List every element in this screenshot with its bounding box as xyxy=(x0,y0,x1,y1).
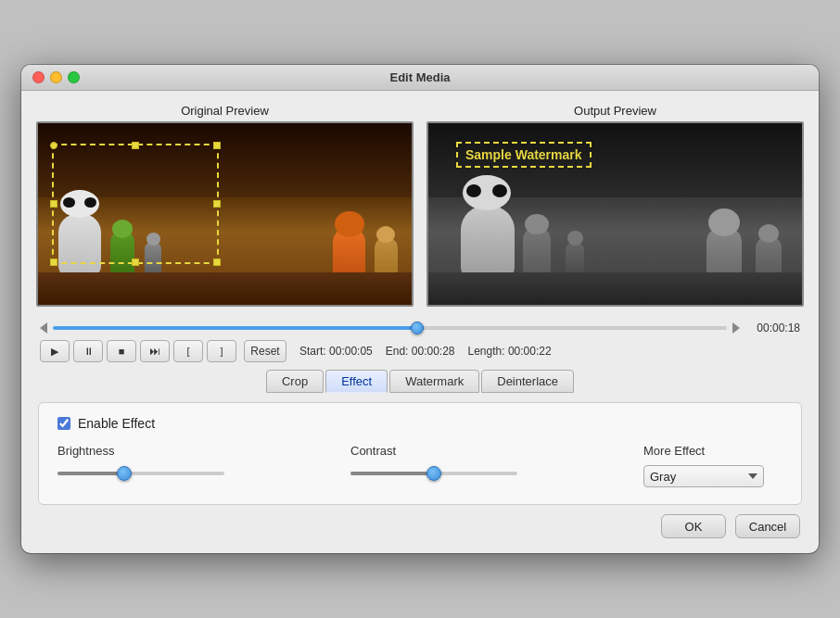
end-info: End: 00:00:28 xyxy=(386,345,455,358)
brightness-group: Brightness xyxy=(57,444,350,482)
time-display: 00:00:18 xyxy=(740,322,800,334)
contrast-group: Contrast xyxy=(350,444,643,482)
output-preview-panel: Output Preview xyxy=(426,104,804,307)
contrast-label: Contrast xyxy=(350,444,643,458)
traffic-lights xyxy=(32,71,80,83)
sliders-row: Brightness Contrast xyxy=(57,444,783,487)
reset-button[interactable]: Reset xyxy=(244,340,286,362)
cancel-button[interactable]: Cancel xyxy=(735,514,800,538)
tab-crop-label: Crop xyxy=(282,374,308,388)
tabs-container: Crop Effect Watermark Deinterlace xyxy=(36,370,804,393)
watermark-overlay: Sample Watermark xyxy=(456,142,592,168)
timeline-track: 00:00:18 xyxy=(40,322,800,334)
preview-area: Original Preview xyxy=(36,104,804,307)
output-scene: Sample Watermark xyxy=(428,123,802,305)
brightness-slider[interactable] xyxy=(57,465,224,482)
output-preview-label: Output Preview xyxy=(574,104,656,118)
tab-effect[interactable]: Effect xyxy=(325,370,388,393)
contrast-slider[interactable] xyxy=(350,465,517,482)
minimize-button[interactable] xyxy=(50,71,62,83)
original-preview-label: Original Preview xyxy=(181,104,269,118)
bottom-buttons: OK Cancel xyxy=(36,505,804,540)
enable-effect-label: Enable Effect xyxy=(78,416,155,431)
original-scene xyxy=(38,123,412,305)
maximize-button[interactable] xyxy=(68,71,80,83)
tab-deinterlace-label: Deinterlace xyxy=(497,374,558,388)
original-preview-panel: Original Preview xyxy=(36,104,414,307)
tab-effect-label: Effect xyxy=(341,374,372,388)
title-bar: Edit Media xyxy=(21,65,819,91)
brightness-fill xyxy=(57,472,124,475)
original-preview-video xyxy=(36,121,414,307)
timeline-thumb[interactable] xyxy=(411,322,424,334)
timeline-slider-container[interactable] xyxy=(53,322,727,334)
length-value: 00:00:22 xyxy=(508,345,552,358)
window-title: Edit Media xyxy=(389,70,450,84)
ok-button[interactable]: OK xyxy=(661,514,726,538)
start-info: Start: 00:00:05 xyxy=(299,345,373,358)
panda-char-orig xyxy=(58,190,101,277)
dropdown-arrow-icon xyxy=(748,473,757,479)
mark-out-button[interactable]: ] xyxy=(207,340,236,362)
start-label: Start: xyxy=(299,345,326,358)
length-label: Length: xyxy=(468,345,505,358)
pause-button[interactable]: ⏸ xyxy=(73,340,103,362)
brightness-thumb[interactable] xyxy=(117,466,132,481)
contrast-thumb[interactable] xyxy=(426,466,441,481)
play-button[interactable]: ▶ xyxy=(40,340,70,362)
timeline-right-marker xyxy=(732,322,740,334)
enable-effect-row: Enable Effect xyxy=(57,416,783,431)
timeline-track-bg xyxy=(53,326,727,330)
stop-button[interactable]: ■ xyxy=(107,340,136,362)
effect-panel: Enable Effect Brightness Contrast xyxy=(38,402,802,505)
output-preview-video: Sample Watermark xyxy=(426,121,804,307)
tab-deinterlace[interactable]: Deinterlace xyxy=(481,370,574,393)
mark-in-button[interactable]: [ xyxy=(173,340,203,362)
tiger-char-orig xyxy=(333,228,365,279)
close-button[interactable] xyxy=(32,71,45,83)
next-frame-button[interactable]: ⏭ xyxy=(140,340,170,362)
watermark-text: Sample Watermark xyxy=(465,147,582,162)
tab-watermark[interactable]: Watermark xyxy=(389,370,479,393)
more-effect-label: More Effect xyxy=(643,444,783,458)
brightness-label: Brightness xyxy=(57,444,350,458)
length-info: Length: 00:00:22 xyxy=(468,345,552,358)
tab-crop[interactable]: Crop xyxy=(266,370,324,393)
more-effect-dropdown[interactable]: Gray xyxy=(643,465,764,487)
tab-watermark-label: Watermark xyxy=(405,374,464,388)
playback-controls: ▶ ⏸ ■ ⏭ [ ] Reset Start: 00:00:05 End: 0… xyxy=(40,340,800,362)
end-value: 00:00:28 xyxy=(412,345,455,358)
timeline-left-marker xyxy=(40,322,47,334)
more-effect-value: Gray xyxy=(650,470,676,484)
time-info: Start: 00:00:05 End: 00:00:28 Length: 00… xyxy=(299,345,552,358)
end-label: End: xyxy=(386,345,409,358)
main-content: Original Preview xyxy=(21,91,819,553)
start-value: 00:00:05 xyxy=(329,345,373,358)
enable-effect-checkbox[interactable] xyxy=(57,417,70,430)
edit-media-window: Edit Media Original Preview xyxy=(21,65,819,553)
more-effect-group: More Effect Gray xyxy=(643,444,783,487)
timeline-area: 00:00:18 ▶ ⏸ ■ ⏭ [ ] Reset Start: 00:00:… xyxy=(36,316,804,362)
panda-char-out xyxy=(461,175,515,282)
contrast-fill xyxy=(350,472,434,475)
